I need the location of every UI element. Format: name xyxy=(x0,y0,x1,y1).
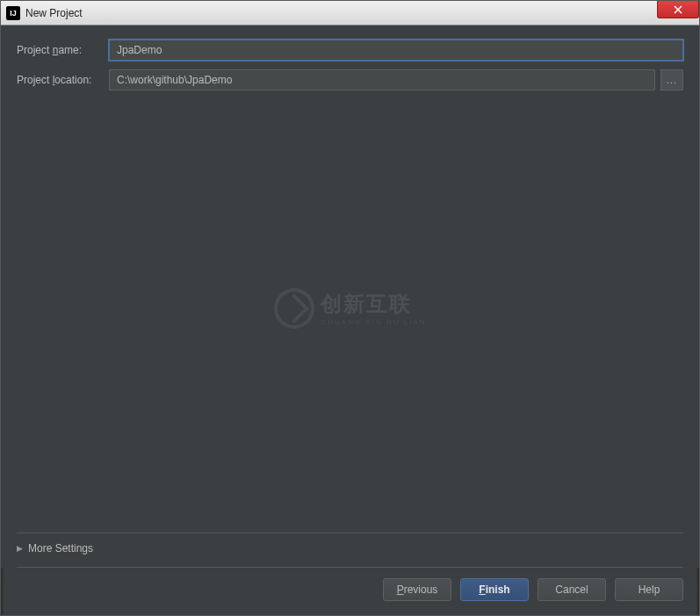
chevron-right-icon: ▶ xyxy=(17,544,23,553)
project-name-input[interactable] xyxy=(109,40,683,61)
button-bar: Previous Finish Cancel Help xyxy=(1,568,699,615)
dialog-window: IJ New Project Project name: Project loc… xyxy=(0,0,700,616)
close-button[interactable] xyxy=(657,1,699,18)
watermark: 创新互联 CHUANG XIN HU LIAN xyxy=(273,288,426,329)
browse-button[interactable]: ... xyxy=(660,69,683,91)
watermark-text: 创新互联 xyxy=(321,290,426,318)
close-icon xyxy=(674,5,682,14)
app-icon: IJ xyxy=(6,6,20,20)
cancel-button[interactable]: Cancel xyxy=(538,578,606,601)
project-location-row: Project location: ... xyxy=(17,69,683,91)
project-name-label: Project name: xyxy=(17,44,109,56)
project-location-label: Project location: xyxy=(17,74,109,86)
finish-button[interactable]: Finish xyxy=(460,578,529,601)
more-settings-label: More Settings xyxy=(28,542,93,554)
project-location-input[interactable] xyxy=(109,69,655,91)
project-name-row: Project name: xyxy=(17,40,683,61)
window-title: New Project xyxy=(25,7,83,19)
dialog-content: Project name: Project location: ... 创新互联… xyxy=(1,25,699,568)
watermark-subtext: CHUANG XIN HU LIAN xyxy=(321,318,426,326)
help-button[interactable]: Help xyxy=(615,578,683,601)
more-settings-expander[interactable]: ▶ More Settings xyxy=(17,533,683,563)
watermark-logo-icon xyxy=(273,288,314,329)
previous-button[interactable]: Previous xyxy=(383,578,451,601)
titlebar[interactable]: IJ New Project xyxy=(1,1,699,25)
content-spacer: 创新互联 CHUANG XIN HU LIAN xyxy=(17,99,683,529)
separator xyxy=(17,567,683,568)
